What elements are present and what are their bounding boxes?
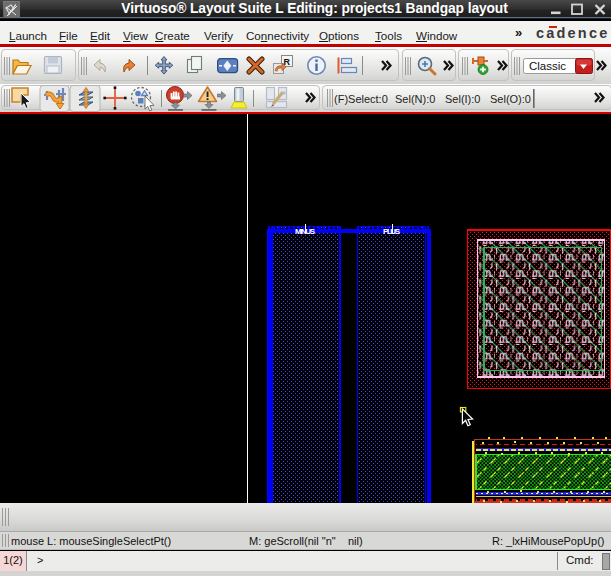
svg-text:Sel(O):0: Sel(O):0 [490,93,531,105]
svg-text:(F)Select:0: (F)Select:0 [334,93,388,105]
svg-text:Sel(N):0: Sel(N):0 [395,93,435,105]
svg-text:R: R [284,57,291,67]
svg-text:Sel(I):0: Sel(I):0 [445,93,480,105]
svg-text:Classic: Classic [529,60,566,72]
svg-text:PLUS: PLUS [383,227,401,236]
